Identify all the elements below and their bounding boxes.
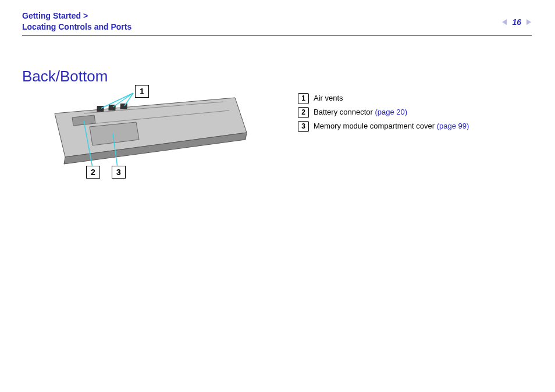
svg-marker-1 bbox=[526, 19, 531, 25]
laptop-illustration bbox=[43, 81, 264, 186]
breadcrumb-chapter[interactable]: Getting Started > bbox=[22, 11, 88, 20]
legend-num-2: 2 bbox=[298, 107, 309, 118]
callout-box-3: 3 bbox=[112, 166, 126, 179]
callout-box-2: 2 bbox=[86, 166, 100, 179]
breadcrumb: Getting Started > Locating Controls and … bbox=[22, 10, 532, 33]
breadcrumb-section: Locating Controls and Ports bbox=[22, 22, 131, 31]
next-page-icon[interactable] bbox=[525, 19, 532, 26]
prev-page-icon[interactable] bbox=[501, 19, 508, 26]
legend-text-1: Air vents bbox=[314, 92, 343, 105]
page-header: Getting Started > Locating Controls and … bbox=[22, 10, 532, 33]
legend-text-2: Battery connector (page 20) bbox=[314, 106, 407, 119]
legend-text-3-label: Memory module compartment cover bbox=[314, 122, 437, 130]
legend-item-2: 2 Battery connector (page 20) bbox=[298, 106, 469, 119]
svg-rect-8 bbox=[120, 104, 127, 109]
svg-marker-0 bbox=[502, 19, 507, 25]
callout-box-1: 1 bbox=[135, 85, 149, 98]
legend-link-2[interactable]: (page 20) bbox=[375, 108, 408, 116]
legend-item-3: 3 Memory module compartment cover (page … bbox=[298, 120, 469, 133]
svg-rect-6 bbox=[97, 106, 104, 112]
legend-list: 1 Air vents 2 Battery connector (page 20… bbox=[298, 92, 469, 134]
laptop-bottom-figure: 1 2 3 bbox=[43, 81, 264, 186]
legend-num-1: 1 bbox=[298, 93, 309, 104]
legend-item-1: 1 Air vents bbox=[298, 92, 469, 105]
legend-text-3: Memory module compartment cover (page 99… bbox=[314, 120, 469, 133]
legend-num-3: 3 bbox=[298, 121, 309, 132]
legend-link-3[interactable]: (page 99) bbox=[437, 122, 469, 130]
page-number: 16 bbox=[512, 17, 521, 27]
legend-text-2-label: Battery connector bbox=[314, 108, 375, 116]
page-number-nav: 16 bbox=[501, 17, 532, 27]
document-page: Getting Started > Locating Controls and … bbox=[0, 0, 555, 392]
header-rule bbox=[22, 35, 532, 35]
